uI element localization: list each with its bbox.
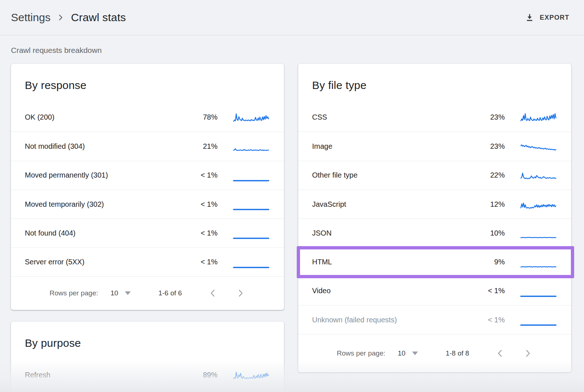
rows-per-page-label: Rows per page: (50, 289, 98, 297)
table-row[interactable]: Video < 1% (298, 276, 571, 305)
row-percent: < 1% (196, 229, 218, 237)
sparkline-chart (520, 138, 557, 154)
row-label: JSON (312, 229, 484, 237)
caret-down-icon[interactable] (412, 352, 418, 355)
row-percent: 23% (484, 142, 505, 151)
table-row[interactable]: Refresh 89% (11, 361, 284, 389)
row-percent: 21% (196, 142, 218, 151)
sparkline-chart (520, 225, 557, 241)
table-row[interactable]: HTML 9% (298, 247, 571, 276)
chevron-right-icon (56, 13, 65, 22)
table-row[interactable]: Not found (404) < 1% (11, 218, 284, 247)
row-percent: < 1% (484, 316, 505, 324)
sparkline-chart (233, 138, 269, 154)
next-page-button[interactable] (236, 288, 245, 298)
pagination-range: 1-6 of 6 (158, 289, 182, 297)
sparkline-chart (233, 367, 269, 383)
previous-page-button[interactable] (208, 288, 218, 298)
pagination-footer: Rows per page: 10 1-6 of 6 (11, 276, 284, 310)
file-type-rows: CSS 23% Image 23% Other file type 22% Ja… (298, 103, 571, 334)
row-percent: 10% (484, 229, 505, 237)
row-percent: 78% (196, 113, 218, 121)
sparkline-chart (520, 167, 557, 183)
sparkline-chart (233, 196, 269, 212)
row-label: CSS (312, 113, 484, 121)
rows-per-page-value[interactable]: 10 (111, 289, 118, 297)
row-percent: 23% (484, 113, 505, 121)
row-percent: < 1% (484, 287, 505, 295)
card-title: By purpose (11, 322, 284, 361)
top-bar: Settings Crawl stats EXPORT (0, 0, 584, 35)
rows-per-page-label: Rows per page: (337, 349, 385, 357)
card-by-file-type: By file type CSS 23% Image 23% Other fil… (298, 64, 571, 372)
breadcrumb-crawl-stats: Crawl stats (71, 11, 126, 24)
row-label: OK (200) (25, 113, 196, 121)
caret-down-icon[interactable] (125, 291, 131, 295)
breadcrumb-settings[interactable]: Settings (11, 11, 50, 24)
breadcrumb: Settings Crawl stats (11, 11, 126, 24)
table-row[interactable]: Moved temporarily (302) < 1% (11, 190, 284, 218)
row-percent: 9% (484, 258, 505, 266)
row-percent: 12% (484, 200, 505, 209)
row-label: Server error (5XX) (25, 258, 196, 266)
card-title: By response (11, 64, 284, 103)
export-button[interactable]: EXPORT (523, 11, 571, 24)
card-by-purpose: By purpose Refresh 89% (11, 322, 284, 392)
table-row[interactable]: Other file type 22% (298, 161, 571, 190)
row-label: JavaScript (312, 200, 484, 209)
response-rows: OK (200) 78% Not modified (304) 21% Move… (11, 103, 284, 276)
row-label: Refresh (25, 371, 196, 379)
purpose-rows: Refresh 89% (11, 361, 284, 389)
table-row[interactable]: Image 23% (298, 132, 571, 160)
table-row[interactable]: Moved permanently (301) < 1% (11, 161, 284, 190)
rows-per-page-value[interactable]: 10 (398, 349, 406, 357)
sparkline-chart (233, 225, 269, 241)
table-row[interactable]: Server error (5XX) < 1% (11, 247, 284, 276)
row-label: Moved temporarily (302) (25, 200, 196, 209)
row-label: Not modified (304) (25, 142, 196, 151)
row-percent: 89% (196, 371, 218, 379)
sparkline-chart (520, 283, 557, 299)
sparkline-chart (520, 312, 557, 328)
next-page-button[interactable] (523, 349, 533, 358)
sparkline-chart (520, 109, 557, 125)
table-row[interactable]: JSON 10% (298, 218, 571, 247)
card-by-response: By response OK (200) 78% Not modified (3… (11, 64, 284, 310)
pagination-footer: Rows per page: 10 1-8 of 8 (298, 334, 571, 372)
sparkline-chart (520, 196, 557, 212)
table-row[interactable]: JavaScript 12% (298, 190, 571, 218)
download-icon (525, 13, 534, 22)
row-label: Not found (404) (25, 229, 196, 237)
row-label: Other file type (312, 171, 484, 179)
export-label: EXPORT (540, 14, 569, 22)
table-row[interactable]: OK (200) 78% (11, 103, 284, 132)
previous-page-button[interactable] (495, 349, 505, 358)
card-title: By file type (298, 64, 571, 103)
pagination-range: 1-8 of 8 (446, 349, 469, 357)
row-label: Image (312, 142, 484, 151)
row-label: Video (312, 287, 484, 295)
row-label: Unknown (failed requests) (312, 316, 484, 324)
row-percent: < 1% (196, 200, 218, 209)
row-percent: 22% (484, 171, 505, 179)
sparkline-chart (233, 109, 269, 125)
table-row[interactable]: Not modified (304) 21% (11, 132, 284, 160)
row-label: Moved permanently (301) (25, 171, 196, 179)
sparkline-chart (233, 167, 269, 183)
section-label: Crawl requests breakdown (11, 46, 102, 55)
table-row[interactable]: CSS 23% (298, 103, 571, 132)
sparkline-chart (233, 254, 269, 270)
sparkline-chart (520, 254, 557, 270)
row-percent: < 1% (196, 258, 218, 266)
table-row[interactable]: Unknown (failed requests) < 1% (298, 305, 571, 334)
row-percent: < 1% (196, 171, 218, 179)
row-label: HTML (312, 258, 484, 266)
